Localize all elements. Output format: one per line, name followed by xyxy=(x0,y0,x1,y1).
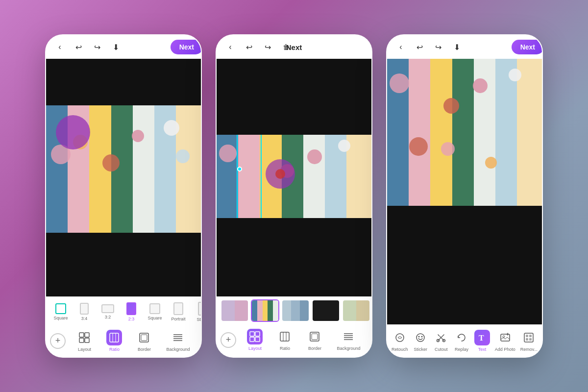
ratio-icon-portrait xyxy=(173,302,183,315)
border-svg-icon xyxy=(139,332,149,343)
svg-point-29 xyxy=(421,336,423,338)
add-photo-icon-box xyxy=(497,330,513,345)
ratio-icon-p2 xyxy=(279,331,290,342)
flower-p3-4 xyxy=(509,69,521,81)
next-button-phone1[interactable]: Next xyxy=(171,40,202,54)
thumbnails-row-phone2 xyxy=(217,296,371,325)
red-center-phone2 xyxy=(275,169,285,179)
cutout-icon-box xyxy=(433,330,449,345)
back-button-phone3[interactable]: ‹ xyxy=(394,40,408,54)
border-tool-phone2[interactable]: Border xyxy=(305,328,324,352)
undo-button-phone3[interactable]: ↩ xyxy=(413,40,426,54)
sticker-label: Sticker xyxy=(414,347,428,352)
cutout-icon xyxy=(436,332,446,343)
bottom-toolbar-phone3: Retouch Sticker xyxy=(387,324,542,357)
ratio-square2-phone1[interactable]: Square xyxy=(144,301,166,322)
canvas-bottom-phone2 xyxy=(217,218,371,296)
ratio-34-phone1[interactable]: 3:4 xyxy=(74,301,95,323)
phone-1: ‹ ↩ ↪ ⬇ Next Square xyxy=(45,34,202,358)
svg-rect-38 xyxy=(526,335,528,337)
background-label-phone1: Background xyxy=(166,347,190,352)
border-icon-p2 xyxy=(309,331,320,342)
download-button-phone1[interactable]: ⬇ xyxy=(109,40,122,54)
svg-rect-39 xyxy=(529,335,532,337)
redo-button-phone2[interactable]: ↪ xyxy=(261,40,274,54)
back-button-phone1[interactable]: ‹ xyxy=(53,40,67,54)
floral-bg-phone1 xyxy=(46,105,201,233)
add-photo-label: Add Photo xyxy=(495,347,515,352)
ratio-icon-story xyxy=(198,302,201,316)
replay-tool-phone3[interactable]: Replay xyxy=(452,329,471,353)
text-icon: T xyxy=(477,332,488,343)
retouch-icon-box xyxy=(392,330,408,345)
thumb-5-phone2[interactable] xyxy=(342,299,370,322)
retouch-icon xyxy=(394,332,405,343)
flower-deco-3 xyxy=(102,154,120,172)
remove-icon xyxy=(523,332,534,343)
remove-tool-phone3[interactable]: Remov... xyxy=(518,329,539,353)
add-button-phone2[interactable]: + xyxy=(220,332,236,348)
ratio-label-story: Sto... xyxy=(196,317,201,322)
undo-button-phone2[interactable]: ↩ xyxy=(242,40,256,54)
cutout-tool-phone3[interactable]: Cutout xyxy=(431,329,451,353)
ratio-story-phone1[interactable]: Sto... xyxy=(191,300,201,324)
canvas-top-phone1 xyxy=(46,59,201,105)
thumb-1-phone2[interactable] xyxy=(220,299,249,322)
flower-deco-p2-1 xyxy=(219,145,237,162)
next-button-phone3[interactable]: Next xyxy=(512,40,543,54)
thumb-inner-4 xyxy=(313,300,339,321)
text-icon-box: T xyxy=(474,330,490,345)
flower-p3-7 xyxy=(485,157,497,169)
background-tool-phone2[interactable]: Background xyxy=(335,328,362,352)
ratio-32-phone1[interactable]: 3:2 xyxy=(97,302,119,321)
thumb-2-phone2[interactable] xyxy=(251,299,279,322)
svg-rect-16 xyxy=(255,337,260,342)
canvas-top-phone2 xyxy=(217,59,371,135)
text-tool-phone3[interactable]: T Text xyxy=(472,329,492,353)
back-button-phone2[interactable]: ‹ xyxy=(223,40,237,54)
svg-rect-37 xyxy=(524,333,533,342)
cyan-dot-phone2 xyxy=(237,167,242,172)
layout-active-icon-box xyxy=(247,329,263,344)
border-tool-phone1[interactable]: Border xyxy=(134,329,154,353)
ratio-tool-phone2[interactable]: Ratio xyxy=(275,328,294,352)
sticker-icon-box xyxy=(413,330,428,345)
top-bar-phone2: ‹ ↩ ↪ 🗑 Next xyxy=(217,35,371,59)
svg-rect-13 xyxy=(250,332,254,336)
layout-tool-phone2[interactable]: Layout xyxy=(245,328,265,352)
add-button-phone1[interactable]: + xyxy=(50,333,66,349)
download-button-phone3[interactable]: ⬇ xyxy=(450,40,464,54)
background-icon-box-p2 xyxy=(341,329,356,344)
layout-tool-phone1[interactable]: Layout xyxy=(74,329,94,353)
thumb-4-phone2[interactable] xyxy=(312,299,340,322)
cyan-selection-border xyxy=(237,135,262,218)
redo-button-phone1[interactable]: ↪ xyxy=(90,40,104,54)
edit-tools-phone3: Retouch Sticker xyxy=(389,329,540,353)
redo-button-phone3[interactable]: ↪ xyxy=(431,40,445,54)
remove-icon-box xyxy=(521,330,537,345)
svg-rect-40 xyxy=(526,338,528,341)
ratio-active-phone1[interactable]: 2:3 xyxy=(121,300,142,323)
undo-button-phone1[interactable]: ↩ xyxy=(72,40,85,54)
add-photo-tool-phone3[interactable]: Add Photo xyxy=(493,329,517,353)
ratio-tool-phone1[interactable]: Ratio xyxy=(104,329,124,353)
top-bar-left-phone2: ‹ ↩ ↪ 🗑 xyxy=(223,40,293,54)
retouch-label: Retouch xyxy=(392,347,408,352)
background-tool-phone1[interactable]: Background xyxy=(164,329,192,353)
svg-rect-2 xyxy=(79,338,84,343)
retouch-tool-phone3[interactable]: Retouch xyxy=(390,329,410,353)
ratio-portrait-phone1[interactable]: Portrait xyxy=(168,300,189,323)
background-icon-p2 xyxy=(343,331,354,342)
ratio-square-phone1[interactable]: Square xyxy=(50,301,72,322)
flower-p3-3 xyxy=(473,78,488,93)
ratio-label-active: 2:3 xyxy=(128,317,135,321)
layout-label-phone1: Layout xyxy=(78,347,91,352)
svg-rect-4 xyxy=(110,333,119,342)
sticker-tool-phone3[interactable]: Sticker xyxy=(411,329,430,353)
thumb-3-phone2[interactable] xyxy=(281,299,310,322)
purple-circle-phone2 xyxy=(266,159,295,189)
text-label: Text xyxy=(478,347,487,352)
svg-rect-14 xyxy=(255,332,260,336)
svg-text:T: T xyxy=(479,334,484,342)
title-phone2: Next xyxy=(286,43,302,51)
